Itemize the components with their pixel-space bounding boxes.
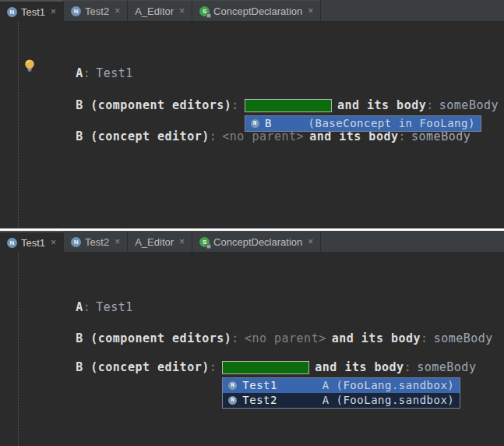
body-cell[interactable]: someBody xyxy=(417,360,476,374)
name-cell[interactable]: Test1 xyxy=(96,300,133,314)
body-cell[interactable]: someBody xyxy=(434,331,493,345)
edit-cell[interactable]: NTest1A (FooLang.sandbox)NTest2A (FooLan… xyxy=(222,361,309,374)
body-cell[interactable]: someBody xyxy=(439,98,499,112)
gutter-divider xyxy=(18,22,19,228)
completion-name: Test2 xyxy=(242,393,277,408)
name-cell[interactable]: Test1 xyxy=(96,66,133,80)
completion-popup: NTest1A (FooLang.sandbox)NTest2A (FooLan… xyxy=(222,377,460,409)
completion-item-test2[interactable]: NTest2A (FooLang.sandbox) xyxy=(223,393,460,408)
keyword-b-concept: B (concept editor) xyxy=(76,129,210,143)
close-icon[interactable]: × xyxy=(51,238,56,247)
close-icon[interactable]: × xyxy=(51,7,56,16)
completion-detail: A (FooLang.sandbox) xyxy=(322,393,455,408)
tab-label: ConceptDeclaration xyxy=(213,236,302,248)
tab-concept-declaration[interactable]: S ConceptDeclaration × xyxy=(192,231,321,252)
close-icon[interactable]: × xyxy=(308,6,313,16)
keyword-b-concept: B (concept editor) xyxy=(76,360,210,374)
completion-name: B xyxy=(265,116,272,131)
completion-item-b[interactable]: NB(BaseConcept in FooLang) xyxy=(245,116,481,131)
node-icon: N xyxy=(71,6,81,16)
bottom-tab-bar: N Test1 × N Test2 × E A_Editor × S Conce… xyxy=(0,231,504,253)
concept-icon: S xyxy=(199,237,210,247)
top-tab-bar: N Test1 × N Test2 × E A_Editor × S Conce… xyxy=(0,0,504,22)
edit-cell[interactable]: NB(BaseConcept in FooLang) xyxy=(245,99,332,112)
tab-test2[interactable]: N Test2 × xyxy=(64,0,128,21)
tab-concept-declaration[interactable]: S ConceptDeclaration × xyxy=(192,0,321,21)
concept-badge-icon xyxy=(206,244,211,249)
bottom-editor-surface[interactable]: A:Test1 B (component editors):<no parent… xyxy=(0,253,504,446)
top-editor-surface[interactable]: A:Test1 B (component editors):NB(BaseCon… xyxy=(0,22,504,228)
statement-b-concept: B (concept editor):NTest1A (FooLang.sand… xyxy=(31,345,476,390)
no-parent-cell[interactable]: <no parent> xyxy=(245,331,326,345)
completion-name: Test1 xyxy=(242,378,277,393)
node-icon: N xyxy=(7,7,17,17)
tab-test1[interactable]: N Test1 × xyxy=(0,231,64,253)
tab-test1[interactable]: N Test1 × xyxy=(0,0,64,22)
close-icon[interactable]: × xyxy=(308,237,313,246)
gutter-divider xyxy=(18,253,19,446)
completion-item-test1[interactable]: NTest1A (FooLang.sandbox) xyxy=(223,378,460,393)
node-icon: N xyxy=(251,119,259,128)
keyword-a: A xyxy=(76,66,83,80)
bottom-editor-panel: N Test1 × N Test2 × E A_Editor × S Conce… xyxy=(0,231,504,446)
tab-a-editor[interactable]: E A_Editor × xyxy=(128,231,192,252)
concept-icon: S xyxy=(199,6,210,16)
node-icon: N xyxy=(228,396,237,405)
keyword-a: A xyxy=(76,300,83,314)
intention-bulb-icon[interactable] xyxy=(24,59,35,73)
close-icon[interactable]: × xyxy=(115,237,120,246)
tab-a-editor[interactable]: E A_Editor × xyxy=(128,0,192,21)
node-icon: N xyxy=(7,238,17,248)
keyword-b-component: B (component editors) xyxy=(76,331,231,345)
top-editor-panel: N Test1 × N Test2 × E A_Editor × S Conce… xyxy=(0,0,504,228)
concept-badge-icon xyxy=(206,13,211,18)
close-icon[interactable]: × xyxy=(115,6,120,16)
tab-label: A_Editor xyxy=(135,236,174,248)
tab-label: Test1 xyxy=(21,6,45,18)
close-icon[interactable]: × xyxy=(179,237,185,246)
completion-popup: NB(BaseConcept in FooLang) xyxy=(245,115,481,132)
completion-detail: A (FooLang.sandbox) xyxy=(322,378,455,393)
tab-label: Test2 xyxy=(85,5,109,17)
tab-label: ConceptDeclaration xyxy=(213,5,302,17)
node-icon: N xyxy=(228,381,237,390)
keyword-b-component: B (component editors) xyxy=(76,98,231,112)
tab-label: A_Editor xyxy=(135,5,174,17)
tab-label: Test2 xyxy=(85,236,109,248)
node-icon: N xyxy=(71,237,81,247)
completion-detail: (BaseConcept in FooLang) xyxy=(308,116,475,131)
tab-label: Test1 xyxy=(21,237,45,249)
tab-test2[interactable]: N Test2 × xyxy=(64,231,128,252)
close-icon[interactable]: × xyxy=(179,6,185,16)
